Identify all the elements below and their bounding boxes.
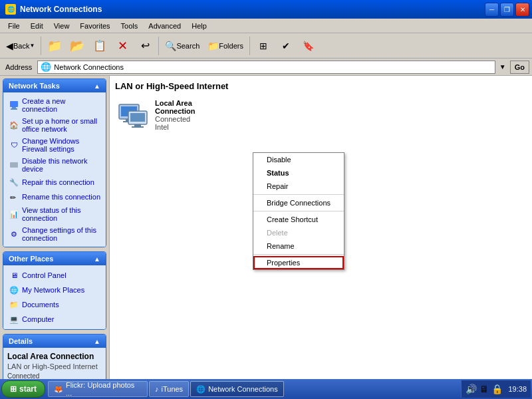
view-btn[interactable]: ⊞: [253, 35, 274, 57]
ctx-item-bridge[interactable]: Bridge Connections: [253, 196, 344, 209]
sidebar-item-change-settings[interactable]: ⚙ Change settings of this connection: [6, 224, 103, 244]
extra-btn[interactable]: 🔖: [298, 35, 319, 57]
details-connection-name: Local Area Connection: [7, 352, 102, 361]
sidebar-item-firewall[interactable]: 🛡 Change Windows Firewall settings: [6, 135, 103, 155]
sidebar-item-my-network[interactable]: 🌐 My Network Places: [6, 283, 103, 297]
ctx-item-properties[interactable]: Properties: [253, 256, 344, 269]
delete-btn[interactable]: ✕: [112, 35, 133, 57]
details-content: Local Area Connection LAN or High-Speed …: [3, 348, 106, 379]
ctx-item-status[interactable]: Status: [253, 166, 344, 180]
menu-favorites[interactable]: Favorites: [74, 21, 115, 31]
back-label: Back: [13, 42, 29, 50]
sidebar-item-home-network[interactable]: 🏠 Set up a home or small office network: [6, 115, 103, 135]
close-button[interactable]: ✕: [515, 3, 529, 17]
sidebar-item-rename[interactable]: ✏ Rename this connection: [6, 190, 103, 204]
folders-btn[interactable]: 📁: [44, 35, 65, 57]
svg-rect-2: [11, 108, 17, 110]
network-tasks-section: Network Tasks ▲ Create a new connection …: [3, 78, 106, 247]
firewall-icon: 🛡: [9, 140, 19, 150]
network-tasks-header[interactable]: Network Tasks ▲: [3, 79, 106, 92]
title-bar: 🌐 Network Connections ─ ❒ ✕: [0, 0, 532, 19]
network-tasks-content: Create a new connection 🏠 Set up a home …: [3, 92, 106, 247]
content-section-title: LAN or High-Speed Internet: [115, 81, 527, 91]
other-places-header[interactable]: Other Places ▲: [3, 252, 106, 265]
menu-view[interactable]: View: [49, 21, 75, 31]
move-btn[interactable]: 📂: [66, 35, 88, 57]
back-arrow-icon: ◀: [6, 41, 13, 51]
view-status-icon: 📊: [9, 209, 19, 219]
check-btn[interactable]: ✔: [275, 35, 297, 57]
tray-time: 19:38: [508, 385, 527, 393]
menu-file[interactable]: File: [3, 21, 25, 31]
computer-label: Computer: [22, 315, 54, 323]
menu-bar: File Edit View Favorites Tools Advanced …: [0, 19, 532, 33]
menu-help[interactable]: Help: [186, 21, 212, 31]
network-taskbar-label: Network Connections: [208, 385, 278, 393]
taskbar-item-itunes[interactable]: ♪ iTunes: [149, 381, 189, 397]
sidebar-item-control-panel[interactable]: 🖥 Control Panel: [6, 268, 103, 283]
main-content: Network Tasks ▲ Create a new connection …: [0, 76, 532, 379]
ctx-item-delete: Delete: [253, 226, 344, 239]
back-dropdown-icon[interactable]: ▼: [29, 43, 35, 49]
tray-icon-security[interactable]: 🔒: [491, 384, 503, 394]
menu-advanced[interactable]: Advanced: [143, 21, 186, 31]
connection-status: Connected: [155, 115, 199, 123]
minimize-button[interactable]: ─: [485, 3, 499, 17]
ctx-item-rename[interactable]: Rename: [253, 239, 344, 253]
details-header[interactable]: Details ▲: [3, 334, 106, 348]
copy-btn[interactable]: 📋: [89, 35, 110, 57]
network-connection-item[interactable]: Local Area Connection Connected Intel: [115, 96, 201, 134]
restore-button[interactable]: ❒: [500, 3, 514, 17]
svg-text:✏: ✏: [10, 194, 17, 201]
tray-icon-volume[interactable]: 🔊: [466, 384, 477, 394]
svg-rect-3: [10, 162, 18, 168]
sidebar-item-disable[interactable]: Disable this network device: [6, 155, 103, 175]
disable-label: Disable this network device: [22, 157, 100, 173]
details-type: LAN or High-Speed Internet: [7, 362, 102, 370]
sidebar-item-computer[interactable]: 💻 Computer: [6, 312, 103, 327]
other-places-section: Other Places ▲ 🖥 Control Panel 🌐 My Netw…: [3, 251, 106, 330]
undo-btn[interactable]: ↩: [134, 35, 156, 57]
menu-edit[interactable]: Edit: [25, 21, 49, 31]
address-value: Network Connections: [54, 63, 124, 71]
taskbar-items: 🦊 Flickr: Upload photos ... ♪ iTunes 🌐 N…: [48, 381, 461, 397]
sidebar-item-documents[interactable]: 📁 Documents: [6, 297, 103, 312]
taskbar-item-network[interactable]: 🌐 Network Connections: [190, 381, 284, 397]
taskbar: ⊞ start 🦊 Flickr: Upload photos ... ♪ iT…: [0, 379, 532, 399]
title-bar-buttons: ─ ❒ ✕: [485, 3, 529, 17]
go-button[interactable]: Go: [510, 61, 529, 74]
back-button[interactable]: ◀ Back ▼: [3, 35, 38, 57]
address-input[interactable]: 🌐 Network Connections: [37, 61, 495, 74]
tray-icon-network[interactable]: 🖥: [479, 384, 489, 394]
sidebar-item-view-status[interactable]: 📊 View status of this connection: [6, 204, 103, 224]
ctx-item-repair[interactable]: Repair: [253, 180, 344, 193]
home-network-label: Set up a home or small office network: [22, 117, 100, 133]
itunes-label: iTunes: [162, 385, 184, 393]
network-taskbar-icon: 🌐: [196, 385, 205, 394]
network-connection-info: Local Area Connection Connected Intel: [155, 99, 199, 131]
search-btn[interactable]: 🔍 Search: [162, 35, 203, 57]
sep3: [249, 37, 250, 55]
documents-label: Documents: [22, 301, 59, 309]
disable-icon: [9, 160, 19, 170]
address-dropdown-icon[interactable]: ▼: [499, 63, 506, 70]
details-collapse-icon: ▲: [94, 338, 100, 345]
connection-name: Local Area Connection: [155, 99, 199, 115]
ctx-item-shortcut[interactable]: Create Shortcut: [253, 213, 344, 226]
svg-rect-12: [132, 126, 144, 128]
sidebar-item-create-connection[interactable]: Create a new connection: [6, 95, 103, 115]
ctx-item-disable[interactable]: Disable: [253, 153, 344, 166]
context-menu: Disable Status Repair Bridge Connections…: [253, 152, 344, 270]
svg-rect-1: [12, 107, 16, 108]
home-network-icon: 🏠: [9, 120, 19, 130]
flickr-icon: 🦊: [54, 385, 63, 394]
start-button[interactable]: ⊞ start: [1, 380, 45, 398]
sep1: [41, 37, 41, 55]
address-folder-icon: 🌐: [41, 62, 51, 72]
menu-tools[interactable]: Tools: [116, 21, 144, 31]
itunes-icon: ♪: [155, 385, 159, 393]
taskbar-item-flickr[interactable]: 🦊 Flickr: Upload photos ...: [48, 381, 148, 397]
sidebar-item-repair[interactable]: 🔧 Repair this connection: [6, 175, 103, 190]
other-places-content: 🖥 Control Panel 🌐 My Network Places 📁 Do…: [3, 265, 106, 329]
folders-view-btn[interactable]: 📁 Folders: [204, 35, 247, 57]
